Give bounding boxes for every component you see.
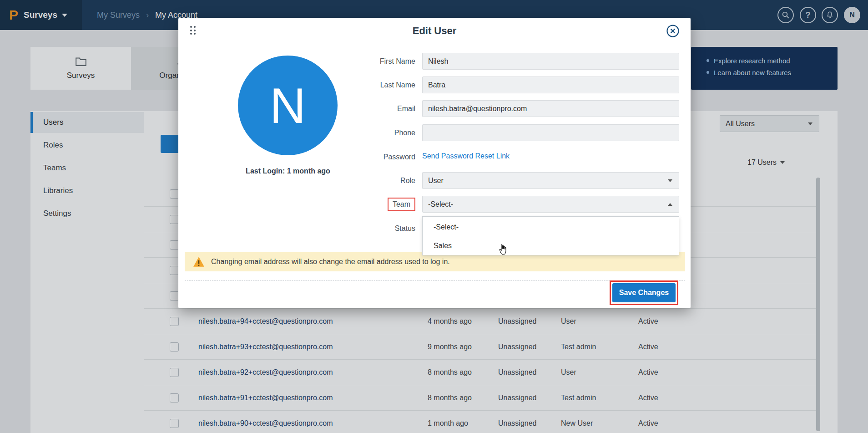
team-option-select[interactable]: -Select- <box>423 218 679 236</box>
first-name-field[interactable] <box>422 53 679 70</box>
team-select[interactable]: -Select- <box>422 196 679 213</box>
team-dropdown-panel: -Select- Sales <box>422 216 679 255</box>
team-value: -Select- <box>428 200 453 208</box>
edit-user-modal: Edit User N Last Login: 1 month ago Firs… <box>178 18 691 308</box>
save-button-annotation: Save Changes <box>610 280 678 305</box>
chevron-down-icon <box>668 179 672 182</box>
password-label: Password <box>315 148 415 165</box>
last-name-label: Last Name <box>315 76 415 93</box>
team-label: Team <box>393 200 410 208</box>
email-label: Email <box>315 100 415 117</box>
role-value: User <box>428 177 444 184</box>
team-label-row: Team <box>315 196 415 213</box>
avatar-letter: N <box>270 76 306 134</box>
close-icon[interactable] <box>666 24 680 38</box>
team-label-annotation: Team <box>388 198 415 211</box>
chevron-up-icon <box>668 203 672 206</box>
send-password-reset-link[interactable]: Send Password Reset Link <box>422 152 510 160</box>
role-label: Role <box>315 172 415 189</box>
role-select[interactable]: User <box>422 172 679 189</box>
app-screen: P Surveys My Surveys › My Account ? N Su… <box>0 0 868 433</box>
team-option-sales[interactable]: Sales <box>423 236 679 255</box>
phone-label: Phone <box>315 124 415 141</box>
warning-text: Changing email address will also change … <box>211 258 450 266</box>
email-field[interactable] <box>422 100 679 117</box>
last-name-field[interactable] <box>422 76 679 93</box>
warning-icon <box>193 256 205 267</box>
phone-field[interactable] <box>422 124 679 141</box>
modal-title: Edit User <box>178 25 691 37</box>
first-name-label: First Name <box>315 53 415 70</box>
status-label: Status <box>315 220 415 237</box>
save-changes-button[interactable]: Save Changes <box>612 283 676 302</box>
